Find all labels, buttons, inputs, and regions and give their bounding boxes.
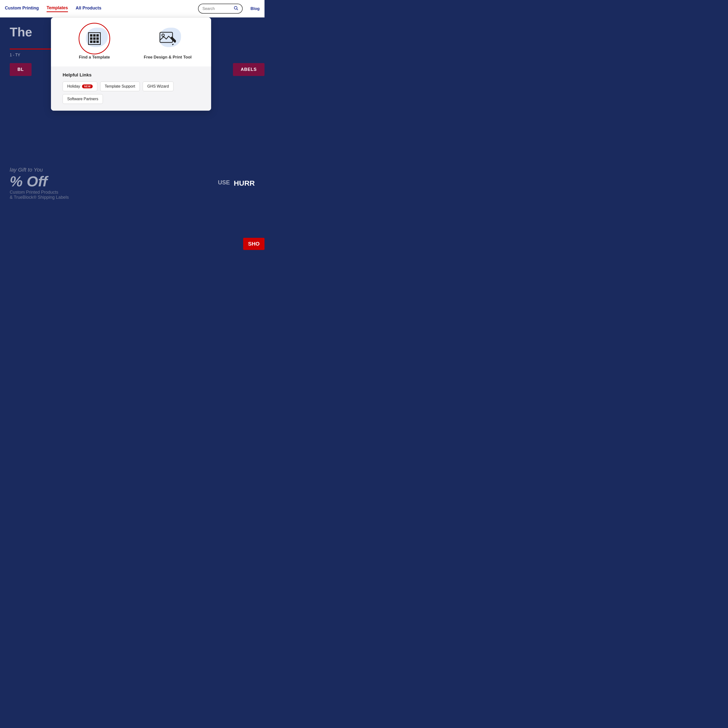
svg-rect-2 [160,32,173,43]
shop-btn[interactable]: SHO [243,238,265,250]
search-box[interactable] [198,4,243,14]
promo-sub: Custom Printed Products& TrueBlock® Ship… [10,190,69,200]
grid-cell [93,41,96,43]
find-template-icon-wrap [81,25,108,52]
design-print-icon [159,31,176,46]
grid-cell [96,37,99,40]
grid-cell [90,37,92,40]
helpful-links-row: Holiday NEW Template Support GHS Wizard … [63,81,199,104]
free-design-label: Free Design & Print Tool [144,55,191,60]
dropdown-top-section: Find a Template Free Design & Print Tool [51,17,211,66]
nav-all-products[interactable]: All Products [76,6,101,12]
grid-cell [90,34,92,37]
cta-right-button[interactable]: ABELS [233,63,265,76]
template-support-button[interactable]: Template Support [100,81,140,91]
holiday-link-button[interactable]: Holiday NEW [63,81,97,91]
grid-icon [88,32,101,45]
ghs-wizard-label: GHS Wizard [147,84,169,89]
svg-point-0 [234,6,237,9]
nav-templates[interactable]: Templates [47,5,68,12]
dropdown-bottom-section: Helpful Links Holiday NEW Template Suppo… [51,66,211,111]
helpful-links-title: Helpful Links [63,72,199,78]
filter-text: 1 - TY [10,53,54,57]
nav-blog[interactable]: Blog [251,6,260,11]
design-icon-wrap [154,25,181,52]
software-partners-button[interactable]: Software Partners [63,94,103,104]
grid-cell [96,34,99,37]
promo-off: % Off [10,173,69,190]
cta-left-button[interactable]: BL [10,63,32,76]
find-template-label: Find a Template [79,55,110,60]
navbar: Custom Printing Templates All Products B… [0,0,265,17]
grid-cell [93,34,96,37]
promo-section: lay Gift to You % Off Custom Printed Pro… [0,102,265,265]
promo-text: lay Gift to You % Off Custom Printed Pro… [10,167,69,200]
nav-custom-printing[interactable]: Custom Printing [5,6,39,12]
grid-cell [93,37,96,40]
grid-cell [96,41,99,43]
grid-cell [90,41,92,43]
svg-point-3 [162,34,164,37]
find-template-item[interactable]: Find a Template [63,25,126,60]
template-support-label: Template Support [105,84,135,89]
search-icon [234,6,238,12]
find-template-icon-container [81,25,108,52]
use-text: USE [218,179,230,186]
promo-tag: lay Gift to You [10,167,69,173]
new-badge: NEW [82,84,92,88]
ghs-wizard-button[interactable]: GHS Wizard [143,81,173,91]
svg-line-1 [237,9,238,10]
search-input[interactable] [202,6,231,11]
svg-marker-5 [172,44,174,45]
svg-rect-4 [170,37,176,43]
promo-cta: USE HURR [78,179,255,187]
free-design-item[interactable]: Free Design & Print Tool [136,25,199,60]
templates-dropdown: Find a Template Free Design & Print Tool [51,17,211,111]
holiday-link-label: Holiday [67,84,80,89]
hurr-text: HURR [234,179,255,187]
software-partners-label: Software Partners [67,97,98,101]
